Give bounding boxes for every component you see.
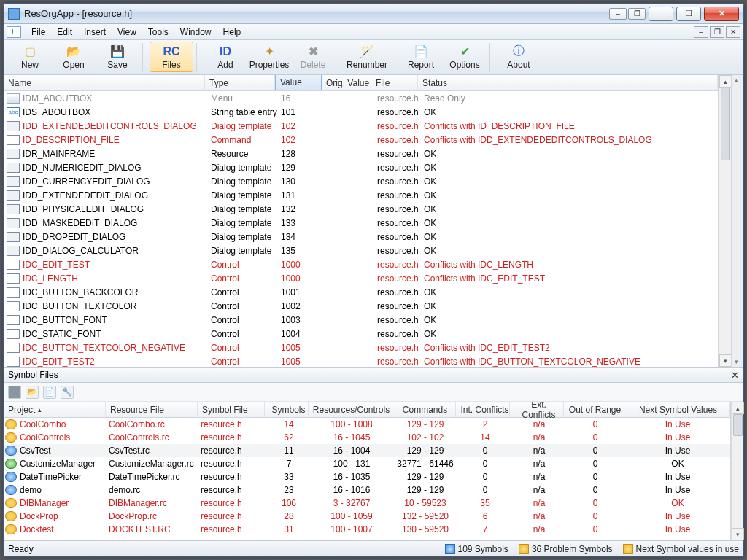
- cell-name: IDM_ABOUTBOX: [21, 93, 209, 104]
- cell-nsv: In Use: [624, 446, 730, 456]
- doc-icon[interactable]: h: [7, 26, 21, 38]
- pcol-project[interactable]: Project▴: [4, 402, 106, 417]
- pane-tool-3-icon[interactable]: 📄: [43, 386, 56, 399]
- cell-nsv: OK: [624, 498, 730, 508]
- pcol-ec[interactable]: Ext. Conflicts: [510, 402, 564, 417]
- pane-scrollbar[interactable]: ▴ ▾: [731, 402, 743, 540]
- status-icon: [5, 524, 17, 534]
- project-row[interactable]: CsvTestCsvTest.rcresource.h1116 - 100412…: [4, 444, 730, 457]
- table-row[interactable]: ID_DESCRIPTION_FILECommand102resource.hC…: [4, 133, 718, 147]
- toolbar-renumber[interactable]: 🪄Renumber: [345, 42, 389, 72]
- scroll-thumb[interactable]: [733, 414, 743, 436]
- menu-help[interactable]: Help: [217, 26, 247, 39]
- toolbar-about[interactable]: ⓘAbout: [497, 42, 541, 72]
- titlebar[interactable]: ResOrgApp - [resource.h] – ❐ — ☐ ✕: [4, 4, 743, 24]
- table-row[interactable]: IDR_MAINFRAMEResource128resource.hOK: [4, 147, 718, 160]
- window-close-button[interactable]: ✕: [704, 7, 739, 21]
- project-row[interactable]: CustomizeManagerCustomizeManager.rcresou…: [4, 457, 730, 470]
- project-list[interactable]: Project▴ Resource File Symbol File Symbo…: [4, 402, 731, 540]
- pcol-symfile[interactable]: Symbol File: [198, 402, 265, 417]
- pcol-nsv[interactable]: Next Symbol Values: [622, 402, 730, 417]
- project-row[interactable]: DateTimePickerDateTimePicker.rcresource.…: [4, 470, 730, 483]
- pcol-oor[interactable]: Out of Range: [564, 402, 622, 417]
- table-row[interactable]: IDD_EXTENDEDEDIT_DIALOGDialog template13…: [4, 188, 718, 202]
- scroll-thumb[interactable]: [721, 88, 730, 160]
- toolbar-properties[interactable]: ✦Properties: [247, 42, 291, 72]
- mdi-restore-button[interactable]: ❐: [710, 26, 724, 38]
- col-file[interactable]: File: [371, 75, 418, 90]
- project-row[interactable]: DIBManagerDIBManager.rcresource.h1063 - …: [4, 497, 730, 510]
- table-row[interactable]: IDD_EXTENDEDEDITCONTROLS_DIALOGDialog te…: [4, 119, 718, 133]
- table-row[interactable]: IDC_BUTTON_BACKCOLORControl1001resource.…: [4, 285, 718, 299]
- list-scrollbar[interactable]: ▴ ▾: [719, 75, 731, 367]
- pcol-cmd[interactable]: Commands: [390, 402, 456, 417]
- table-row[interactable]: IDC_EDIT_TEST2Control1005resource.hConfl…: [4, 354, 718, 367]
- project-row[interactable]: demodemo.rcresource.h2316 - 1016129 - 12…: [4, 483, 730, 497]
- scroll-down-icon[interactable]: ▾: [732, 528, 744, 540]
- project-row[interactable]: DockPropDockProp.rcresource.h28100 - 105…: [4, 510, 730, 523]
- pcol-ic[interactable]: Int. Conflicts: [456, 402, 510, 417]
- toolbar-open[interactable]: 📂Open: [52, 42, 96, 72]
- toolbar-files[interactable]: RCFiles: [150, 42, 193, 72]
- menu-tools[interactable]: Tools: [142, 26, 174, 39]
- project-row[interactable]: DocktestDOCKTEST.RCresource.h31100 - 100…: [4, 523, 730, 536]
- mdi-close-button[interactable]: ✕: [726, 26, 740, 38]
- col-status[interactable]: Status: [418, 75, 718, 90]
- row-icon: [7, 190, 20, 201]
- scroll-down-icon[interactable]: ▾: [719, 354, 732, 367]
- toolbar-new[interactable]: ▢New: [8, 42, 52, 72]
- scroll-up-icon[interactable]: ▴: [732, 402, 744, 414]
- pcol-res[interactable]: Resources/Controls: [309, 402, 390, 417]
- pcol-rc[interactable]: Resource File: [106, 402, 198, 417]
- table-row[interactable]: IDD_CURRENCYEDIT_DIALOGDialog template13…: [4, 174, 718, 188]
- table-row[interactable]: IDC_LENGTHControl1000resource.hConflicts…: [4, 271, 718, 285]
- table-row[interactable]: IDD_MASKEDEDIT_DIALOGDialog template133r…: [4, 216, 718, 230]
- cell-oor: 0: [565, 524, 624, 534]
- outer-scrollbar[interactable]: [731, 75, 743, 367]
- menu-window[interactable]: Window: [174, 26, 217, 39]
- symbol-list[interactable]: Name Type Value Orig. Value File Status …: [4, 75, 719, 367]
- toolbar-add[interactable]: IDAdd: [204, 42, 247, 72]
- mdi-minimize-icon[interactable]: –: [609, 8, 627, 20]
- window-minimize-button[interactable]: —: [649, 7, 673, 21]
- pcol-symbols[interactable]: Symbols: [265, 402, 309, 417]
- pane-tool-4-icon[interactable]: 🔧: [61, 386, 74, 399]
- cell-symfile: resource.h: [199, 485, 266, 495]
- pane-tool-2-icon[interactable]: 📂: [26, 386, 39, 399]
- table-row[interactable]: IDC_BUTTON_TEXTCOLORControl1002resource.…: [4, 299, 718, 313]
- table-row[interactable]: IDM_ABOUTBOXMenu16resource.hRead Only: [4, 91, 718, 105]
- menu-insert[interactable]: Insert: [78, 26, 112, 39]
- menu-view[interactable]: View: [112, 26, 142, 39]
- table-row[interactable]: IDD_DROPEDIT_DIALOGDialog template134res…: [4, 230, 718, 244]
- project-row[interactable]: CoolControlsCoolControls.rcresource.h621…: [4, 431, 730, 444]
- table-row[interactable]: IDD_PHYSICALEDIT_DIALOGDialog template13…: [4, 202, 718, 216]
- table-row[interactable]: IDC_EDIT_TESTControl1000resource.hConfli…: [4, 257, 718, 271]
- col-orig[interactable]: Orig. Value: [322, 75, 371, 90]
- col-value[interactable]: Value: [275, 75, 322, 90]
- cell-type: Dialog template: [209, 176, 279, 187]
- toolbar-save[interactable]: 💾Save: [96, 42, 139, 72]
- pane-close-button[interactable]: ✕: [731, 370, 739, 381]
- toolbar-options[interactable]: ✔Options: [443, 42, 487, 72]
- table-row[interactable]: IDD_NUMERICEDIT_DIALOGDialog template129…: [4, 160, 718, 174]
- scroll-up-icon[interactable]: ▴: [719, 75, 732, 88]
- row-icon: [7, 204, 20, 214]
- table-row[interactable]: IDD_DIALOG_CALCULATORDialog template135r…: [4, 244, 718, 257]
- table-row[interactable]: IDC_STATIC_FONTControl1004resource.hOK: [4, 327, 718, 341]
- window-maximize-button[interactable]: ☐: [676, 7, 701, 21]
- menu-edit[interactable]: Edit: [51, 26, 78, 39]
- cell-file: resource.h: [376, 329, 422, 339]
- cell-res: 16 - 1045: [310, 432, 392, 443]
- table-row[interactable]: IDS_ABOUTBOXString table entry101resourc…: [4, 105, 718, 119]
- mdi-min-button[interactable]: –: [694, 26, 708, 38]
- cell-nsv: In Use: [624, 432, 730, 443]
- mdi-restore-icon[interactable]: ❐: [628, 8, 646, 20]
- menu-file[interactable]: File: [26, 26, 51, 39]
- table-row[interactable]: IDC_BUTTON_TEXTCOLOR_NEGATIVEControl1005…: [4, 341, 718, 354]
- pane-tool-1-icon[interactable]: [8, 386, 21, 399]
- table-row[interactable]: IDC_BUTTON_FONTControl1003resource.hOK: [4, 313, 718, 327]
- col-type[interactable]: Type: [205, 75, 275, 90]
- project-row[interactable]: CoolComboCoolCombo.rcresource.h14100 - 1…: [4, 418, 730, 431]
- toolbar-report[interactable]: 📄Report: [399, 42, 443, 72]
- col-name[interactable]: Name: [4, 75, 205, 90]
